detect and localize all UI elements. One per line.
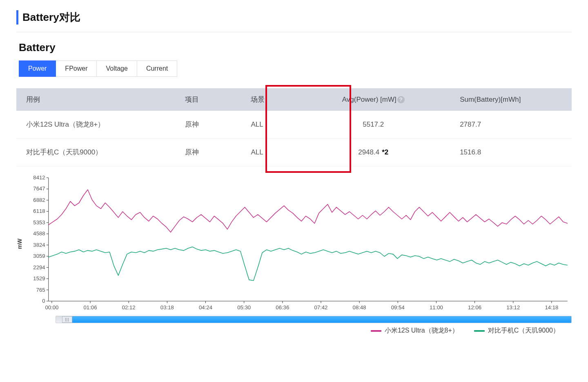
svg-text:6882: 6882 — [33, 197, 45, 203]
svg-text:12:06: 12:06 — [468, 304, 481, 311]
legend-item-a[interactable]: 小米12S Ultra（骁龙8+） — [371, 326, 459, 335]
legend-swatch — [371, 330, 381, 332]
table-row: 小米12S Ultra（骁龙8+） 原神 ALL 5517.2 2787.7 — [16, 111, 572, 139]
svg-text:05:30: 05:30 — [237, 304, 251, 311]
svg-text:1529: 1529 — [33, 275, 45, 281]
svg-text:7647: 7647 — [33, 186, 45, 192]
cell-usecase: 小米12S Ultra（骁龙8+） — [16, 111, 175, 139]
svg-text:00:00: 00:00 — [45, 304, 58, 311]
chart-legend: 小米12S Ultra（骁龙8+） 对比手机C（天玑9000） — [16, 326, 572, 335]
svg-text:14:18: 14:18 — [545, 304, 558, 311]
cell-project: 原神 — [175, 111, 241, 139]
tab-current[interactable]: Current — [137, 60, 177, 77]
cell-avgpower: 2948.4*2 — [307, 139, 439, 166]
legend-label: 小米12S Ultra（骁龙8+） — [385, 326, 459, 335]
col-usecase: 用例 — [16, 88, 175, 111]
line-chart-svg[interactable]: 0765152922943059382445885353611868827647… — [25, 174, 572, 313]
svg-text:09:54: 09:54 — [391, 304, 405, 311]
chart-scrollbar-thumb[interactable]: ||| — [62, 316, 72, 323]
page-header: Battery对比 — [16, 10, 572, 25]
svg-text:6118: 6118 — [33, 208, 45, 214]
svg-text:3824: 3824 — [33, 242, 45, 248]
annotation-star: *2 — [382, 148, 388, 156]
table-row: 对比手机C（天玑9000） 原神 ALL 2948.4*2 1516.8 — [16, 139, 572, 166]
cell-avgpower: 5517.2 — [307, 111, 439, 139]
cell-project: 原神 — [175, 139, 241, 166]
svg-text:06:36: 06:36 — [276, 304, 289, 311]
cell-sumbatt: 2787.7 — [439, 111, 572, 139]
col-project: 项目 — [175, 88, 241, 111]
cell-usecase: 对比手机C（天玑9000） — [16, 139, 175, 166]
svg-text:08:48: 08:48 — [353, 304, 366, 311]
svg-text:11:00: 11:00 — [430, 304, 443, 311]
legend-label: 对比手机C（天玑9000） — [488, 326, 559, 335]
cell-scene: ALL — [241, 111, 307, 139]
cell-scene: ALL — [241, 139, 307, 166]
svg-text:765: 765 — [36, 287, 45, 293]
help-icon[interactable]: ? — [397, 96, 405, 103]
section-title: Battery — [19, 41, 572, 54]
svg-text:02:12: 02:12 — [122, 304, 136, 311]
svg-text:5353: 5353 — [33, 219, 45, 226]
svg-text:2294: 2294 — [33, 264, 45, 270]
chart-scrollbar[interactable]: ||| — [56, 316, 572, 323]
col-scene: 场景 — [241, 88, 307, 111]
svg-text:04:24: 04:24 — [199, 304, 212, 311]
power-chart: mW 0765152922943059382445885353611868827… — [16, 174, 572, 335]
page-title: Battery对比 — [22, 10, 572, 25]
svg-text:01:06: 01:06 — [84, 304, 97, 311]
svg-text:4588: 4588 — [33, 230, 45, 237]
col-sumbatt: Sum(Battery)[mWh] — [439, 88, 572, 111]
cell-sumbatt: 1516.8 — [439, 139, 572, 166]
svg-text:3059: 3059 — [33, 253, 45, 259]
data-table-wrap: 用例 项目 场景 Avg(Power) [mW]? Sum(Battery)[m… — [16, 88, 572, 166]
legend-swatch — [474, 330, 485, 332]
table-header-row: 用例 项目 场景 Avg(Power) [mW]? Sum(Battery)[m… — [16, 88, 572, 111]
svg-text:13:12: 13:12 — [506, 304, 520, 311]
legend-item-b[interactable]: 对比手机C（天玑9000） — [474, 326, 559, 335]
svg-text:8412: 8412 — [33, 174, 45, 181]
tab-row: Power FPower Voltage Current — [19, 60, 572, 77]
col-avgpower: Avg(Power) [mW]? — [307, 88, 439, 111]
svg-text:07:42: 07:42 — [314, 304, 327, 311]
tab-fpower[interactable]: FPower — [56, 60, 97, 77]
tab-power[interactable]: Power — [19, 60, 56, 77]
chart-ylabel: mW — [16, 239, 23, 249]
svg-text:0: 0 — [42, 298, 45, 304]
data-table: 用例 项目 场景 Avg(Power) [mW]? Sum(Battery)[m… — [16, 88, 572, 166]
chart-scrollbar-fill — [72, 316, 571, 323]
svg-text:03:18: 03:18 — [160, 304, 174, 311]
tab-voltage[interactable]: Voltage — [97, 60, 137, 77]
divider — [16, 32, 572, 32]
